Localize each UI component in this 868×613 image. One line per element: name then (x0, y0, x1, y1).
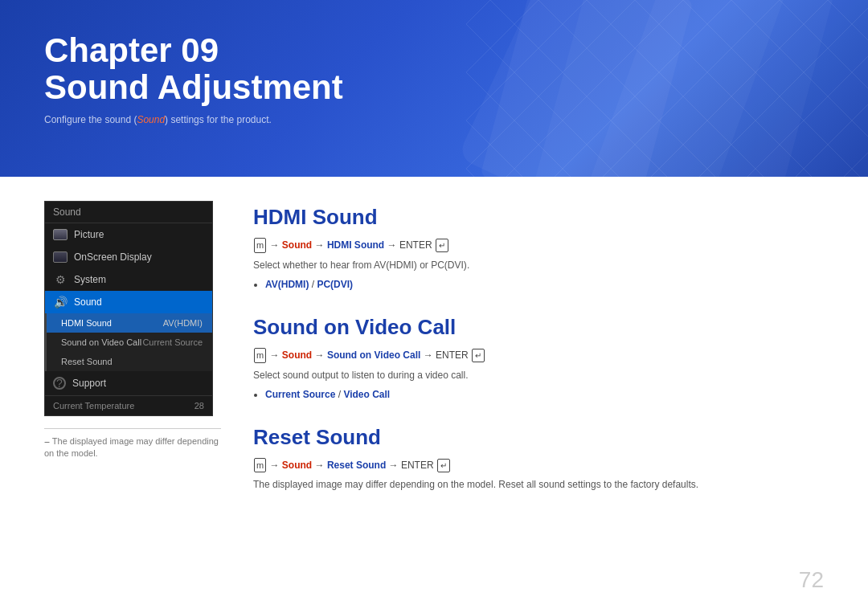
main-content: Sound Picture OnScreen Display ⚙ System … (0, 177, 868, 613)
header-description: Configure the sound (Sound) settings for… (44, 114, 824, 125)
hdmi-sound-bullets: AV(HDMI) / PC(DVI) (253, 277, 824, 292)
enter-icon-1: ↵ (436, 239, 448, 252)
footer-label: Current Temperature (53, 401, 134, 411)
section-reset-sound: Reset Sound m → Sound → Reset Sound → EN… (253, 425, 824, 492)
sub-item-hdmi-sound[interactable]: HDMI Sound AV(HDMI) (47, 313, 212, 333)
sub-item-video-call[interactable]: Sound on Video Call Current Source (47, 333, 212, 352)
section-hdmi-sound: HDMI Sound m → Sound → HDMI Sound → ENTE… (253, 205, 824, 292)
menu-icon-2: m (254, 348, 266, 363)
sidebar-item-support[interactable]: ? Support (45, 371, 212, 395)
osd-menu-title: Sound (45, 202, 212, 223)
sub-value-hdmi: AV(HDMI) (163, 318, 203, 328)
sound-video-call-bullets: Current Source / Video Call (253, 387, 824, 403)
screen-icon (53, 229, 68, 240)
sound-video-call-bullet-1: Current Source / Video Call (265, 387, 824, 403)
gear-icon: ⚙ (53, 274, 68, 285)
header-banner: Chapter 09 Sound Adjustment Configure th… (0, 0, 868, 177)
note-dash: ‒ (44, 436, 52, 446)
right-panel: HDMI Sound m → Sound → HDMI Sound → ENTE… (253, 201, 824, 589)
hdmi-sound-bullet-1: AV(HDMI) / PC(DVI) (265, 277, 824, 292)
sub-label-reset: Reset Sound (61, 357, 113, 366)
sub-label-video-call: Sound on Video Call (61, 337, 141, 347)
menu-icon-3: m (254, 458, 266, 473)
chapter-label: Chapter 09 (44, 32, 824, 69)
sidebar-label-system: System (74, 274, 204, 285)
note-text: ‒ The displayed image may differ dependi… (44, 435, 221, 460)
sound-video-call-desc: Select sound output to listen to during … (253, 368, 824, 382)
sub-value-video-call: Current Source (142, 337, 203, 347)
help-icon: ? (53, 377, 66, 390)
reset-sound-title: Reset Sound (253, 425, 824, 450)
osd-submenu: HDMI Sound AV(HDMI) Sound on Video Call … (45, 313, 212, 371)
sidebar-label-onscreen: OnScreen Display (74, 251, 204, 263)
reset-sound-desc: The displayed image may differ depending… (253, 477, 824, 492)
menu-icon-1: m (254, 238, 266, 253)
note-area: ‒ The displayed image may differ dependi… (44, 428, 221, 460)
footer-value: 28 (194, 401, 204, 411)
enter-icon-2: ↵ (472, 349, 485, 362)
left-panel: Sound Picture OnScreen Display ⚙ System … (44, 201, 221, 589)
display-icon (53, 251, 68, 263)
sidebar-label-picture: Picture (74, 229, 204, 240)
sidebar-label-sound: Sound (74, 296, 204, 308)
hdmi-sound-desc: Select whether to hear from AV(HDMI) or … (253, 258, 824, 272)
sidebar-label-support: Support (72, 378, 204, 389)
sound-video-call-menu-path: m → Sound → Sound on Video Call → ENTER … (253, 348, 824, 363)
chapter-title: Sound Adjustment (44, 69, 824, 106)
sidebar-item-sound[interactable]: 🔊 Sound (45, 291, 212, 313)
osd-menu: Sound Picture OnScreen Display ⚙ System … (44, 201, 213, 416)
sidebar-item-picture[interactable]: Picture (45, 223, 212, 246)
sub-item-reset-sound[interactable]: Reset Sound (47, 352, 212, 371)
hdmi-sound-title: HDMI Sound (253, 205, 824, 230)
osd-footer: Current Temperature 28 (45, 395, 212, 415)
sidebar-item-system[interactable]: ⚙ System (45, 268, 212, 291)
sidebar-item-onscreen[interactable]: OnScreen Display (45, 246, 212, 268)
sub-label-hdmi: HDMI Sound (61, 318, 112, 328)
hdmi-sound-menu-path: m → Sound → HDMI Sound → ENTER ↵ (253, 238, 824, 253)
sound-icon: 🔊 (53, 296, 68, 308)
page-number: 72 (799, 567, 824, 593)
sound-video-call-title: Sound on Video Call (253, 315, 824, 340)
section-sound-video-call: Sound on Video Call m → Sound → Sound on… (253, 315, 824, 403)
reset-sound-menu-path: m → Sound → Reset Sound → ENTER ↵ (253, 458, 824, 473)
enter-icon-3: ↵ (437, 459, 450, 472)
